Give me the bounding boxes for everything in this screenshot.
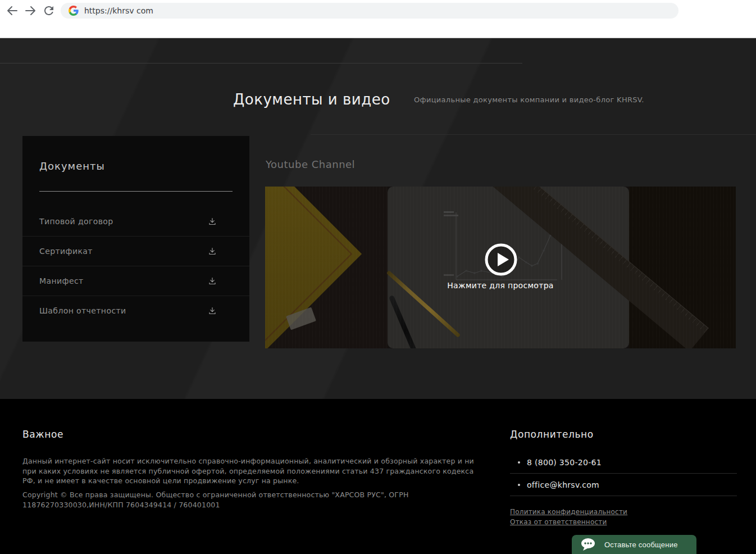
footer-phone-item[interactable]: 8 (800) 350-20-61 (510, 451, 737, 474)
google-favicon-icon (69, 6, 79, 16)
video-player[interactable]: Нажмите для просмотра (265, 187, 736, 348)
section-title: Документы и видео (233, 91, 390, 108)
footer-email-item[interactable]: office@khrsv.com (510, 474, 737, 496)
footer-copyright-text: Copyright © Все права защищены. Общество… (22, 490, 479, 510)
url-bar[interactable]: https://khrsv com (61, 3, 678, 19)
doc-item-tipovoy-dogovor[interactable]: Типовой договор (22, 206, 249, 236)
doc-item-label: Сертификат (39, 247, 93, 256)
documents-panel-title: Документы (39, 160, 105, 172)
url-text: https://khrsv com (84, 6, 153, 15)
bullet-dot (518, 461, 520, 464)
footer-email-label: office@khrsv.com (527, 480, 599, 489)
privacy-policy-link[interactable]: Политика конфиденциальности (510, 508, 627, 516)
top-divider (0, 63, 522, 63)
doc-item-sertifikat[interactable]: Сертификат (22, 236, 249, 266)
download-icon[interactable] (208, 217, 217, 226)
doc-item-shablon-otchetnosti[interactable]: Шаблон отчетности (22, 296, 249, 325)
footer: Важное Данный интернет-сайт носит исключ… (0, 399, 756, 554)
documents-panel: Документы Типовой договор Сертификат Ман… (22, 136, 249, 342)
documents-title-rule (39, 191, 233, 192)
browser-reload-button[interactable] (42, 4, 56, 17)
disclaimer-link[interactable]: Отказ от ответственности (510, 518, 627, 526)
youtube-channel-heading: Youtube Channel (266, 158, 355, 170)
footer-phone-label: 8 (800) 350-20-61 (527, 458, 602, 467)
documents-list: Типовой договор Сертификат Манифест Шабл… (22, 206, 249, 325)
browser-chrome: https://khrsv com (0, 0, 756, 38)
chat-button-label: Оставьте сообщение (604, 541, 678, 549)
chat-widget-button[interactable]: Оставьте сообщение (572, 535, 696, 554)
doc-item-label: Типовой договор (39, 217, 113, 226)
doc-item-manifest[interactable]: Манифест (22, 266, 249, 296)
footer-contact-list: 8 (800) 350-20-61 office@khrsv.com (510, 451, 737, 496)
footer-links: Политика конфиденциальности Отказ от отв… (510, 508, 627, 526)
download-icon[interactable] (208, 276, 217, 285)
download-icon[interactable] (208, 306, 217, 315)
reload-icon (42, 4, 56, 17)
section-divider (311, 134, 756, 135)
footer-disclaimer-text: Данный интернет-сайт носит исключительно… (22, 456, 479, 486)
play-icon[interactable] (484, 242, 518, 277)
footer-important-title: Важное (22, 429, 63, 440)
back-arrow-icon (6, 4, 19, 17)
video-overlay-text[interactable]: Нажмите для просмотра (265, 281, 736, 290)
browser-back-button[interactable] (6, 4, 19, 17)
section-subtitle: Официальные документы компании и видео-б… (414, 96, 644, 104)
forward-arrow-icon (24, 4, 37, 17)
page-background: Документы и видео Официальные документы … (0, 38, 756, 399)
download-icon[interactable] (208, 247, 217, 256)
browser-forward-button[interactable] (24, 4, 37, 17)
video-overlay: Нажмите для просмотра (265, 187, 736, 348)
bullet-dot (518, 484, 520, 486)
chat-bubble-icon (581, 538, 596, 551)
doc-item-label: Манифест (39, 276, 84, 285)
doc-item-label: Шаблон отчетности (39, 306, 126, 315)
footer-additional-title: Дополнительно (510, 429, 594, 440)
